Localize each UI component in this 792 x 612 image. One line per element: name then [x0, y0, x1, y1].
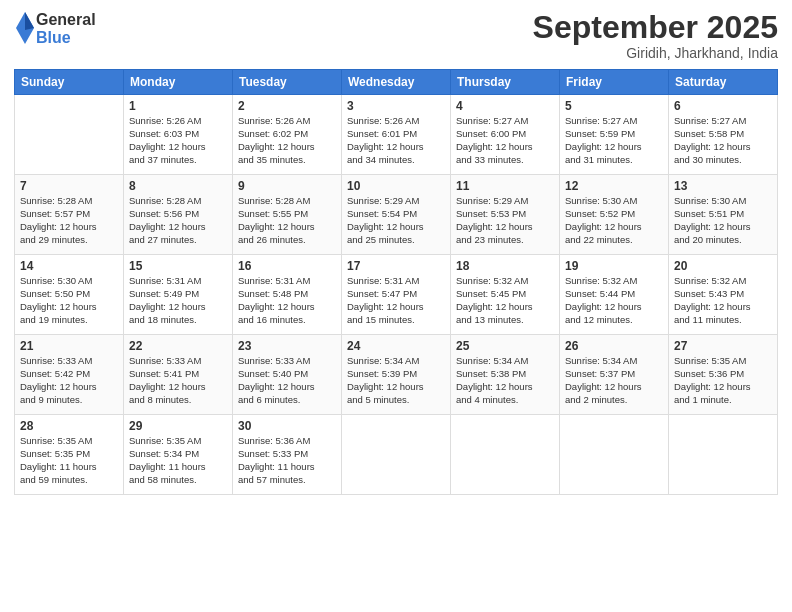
cell-info: Sunrise: 5:31 AM Sunset: 5:48 PM Dayligh…	[238, 275, 336, 326]
day-number: 28	[20, 419, 118, 433]
day-number: 24	[347, 339, 445, 353]
cell-info: Sunrise: 5:28 AM Sunset: 5:56 PM Dayligh…	[129, 195, 227, 246]
day-number: 26	[565, 339, 663, 353]
day-number: 30	[238, 419, 336, 433]
calendar-week-row: 1Sunrise: 5:26 AM Sunset: 6:03 PM Daylig…	[15, 95, 778, 175]
calendar-table: Sunday Monday Tuesday Wednesday Thursday…	[14, 69, 778, 495]
cell-info: Sunrise: 5:33 AM Sunset: 5:42 PM Dayligh…	[20, 355, 118, 406]
day-number: 12	[565, 179, 663, 193]
day-number: 14	[20, 259, 118, 273]
day-number: 29	[129, 419, 227, 433]
table-row: 8Sunrise: 5:28 AM Sunset: 5:56 PM Daylig…	[124, 175, 233, 255]
location: Giridih, Jharkhand, India	[533, 45, 778, 61]
header-friday: Friday	[560, 70, 669, 95]
cell-info: Sunrise: 5:30 AM Sunset: 5:51 PM Dayligh…	[674, 195, 772, 246]
day-number: 15	[129, 259, 227, 273]
day-number: 5	[565, 99, 663, 113]
cell-info: Sunrise: 5:33 AM Sunset: 5:40 PM Dayligh…	[238, 355, 336, 406]
table-row: 13Sunrise: 5:30 AM Sunset: 5:51 PM Dayli…	[669, 175, 778, 255]
table-row: 15Sunrise: 5:31 AM Sunset: 5:49 PM Dayli…	[124, 255, 233, 335]
header-saturday: Saturday	[669, 70, 778, 95]
calendar-week-row: 7Sunrise: 5:28 AM Sunset: 5:57 PM Daylig…	[15, 175, 778, 255]
day-number: 8	[129, 179, 227, 193]
day-number: 25	[456, 339, 554, 353]
cell-info: Sunrise: 5:35 AM Sunset: 5:34 PM Dayligh…	[129, 435, 227, 486]
weekday-header-row: Sunday Monday Tuesday Wednesday Thursday…	[15, 70, 778, 95]
cell-info: Sunrise: 5:31 AM Sunset: 5:47 PM Dayligh…	[347, 275, 445, 326]
day-number: 2	[238, 99, 336, 113]
table-row	[669, 415, 778, 495]
header-sunday: Sunday	[15, 70, 124, 95]
table-row: 2Sunrise: 5:26 AM Sunset: 6:02 PM Daylig…	[233, 95, 342, 175]
table-row: 25Sunrise: 5:34 AM Sunset: 5:38 PM Dayli…	[451, 335, 560, 415]
cell-info: Sunrise: 5:30 AM Sunset: 5:52 PM Dayligh…	[565, 195, 663, 246]
day-number: 22	[129, 339, 227, 353]
table-row: 26Sunrise: 5:34 AM Sunset: 5:37 PM Dayli…	[560, 335, 669, 415]
day-number: 6	[674, 99, 772, 113]
cell-info: Sunrise: 5:36 AM Sunset: 5:33 PM Dayligh…	[238, 435, 336, 486]
calendar-week-row: 14Sunrise: 5:30 AM Sunset: 5:50 PM Dayli…	[15, 255, 778, 335]
day-number: 7	[20, 179, 118, 193]
logo-blue: Blue	[36, 29, 96, 47]
table-row: 11Sunrise: 5:29 AM Sunset: 5:53 PM Dayli…	[451, 175, 560, 255]
header-thursday: Thursday	[451, 70, 560, 95]
table-row: 16Sunrise: 5:31 AM Sunset: 5:48 PM Dayli…	[233, 255, 342, 335]
table-row: 4Sunrise: 5:27 AM Sunset: 6:00 PM Daylig…	[451, 95, 560, 175]
table-row: 12Sunrise: 5:30 AM Sunset: 5:52 PM Dayli…	[560, 175, 669, 255]
cell-info: Sunrise: 5:28 AM Sunset: 5:55 PM Dayligh…	[238, 195, 336, 246]
cell-info: Sunrise: 5:35 AM Sunset: 5:36 PM Dayligh…	[674, 355, 772, 406]
table-row: 21Sunrise: 5:33 AM Sunset: 5:42 PM Dayli…	[15, 335, 124, 415]
cell-info: Sunrise: 5:32 AM Sunset: 5:44 PM Dayligh…	[565, 275, 663, 326]
header-tuesday: Tuesday	[233, 70, 342, 95]
title-block: September 2025 Giridih, Jharkhand, India	[533, 10, 778, 61]
table-row	[15, 95, 124, 175]
cell-info: Sunrise: 5:29 AM Sunset: 5:53 PM Dayligh…	[456, 195, 554, 246]
cell-info: Sunrise: 5:34 AM Sunset: 5:38 PM Dayligh…	[456, 355, 554, 406]
table-row	[560, 415, 669, 495]
table-row: 7Sunrise: 5:28 AM Sunset: 5:57 PM Daylig…	[15, 175, 124, 255]
month-title: September 2025	[533, 10, 778, 45]
day-number: 16	[238, 259, 336, 273]
table-row: 14Sunrise: 5:30 AM Sunset: 5:50 PM Dayli…	[15, 255, 124, 335]
cell-info: Sunrise: 5:27 AM Sunset: 5:58 PM Dayligh…	[674, 115, 772, 166]
table-row: 24Sunrise: 5:34 AM Sunset: 5:39 PM Dayli…	[342, 335, 451, 415]
cell-info: Sunrise: 5:30 AM Sunset: 5:50 PM Dayligh…	[20, 275, 118, 326]
day-number: 21	[20, 339, 118, 353]
table-row: 27Sunrise: 5:35 AM Sunset: 5:36 PM Dayli…	[669, 335, 778, 415]
table-row: 20Sunrise: 5:32 AM Sunset: 5:43 PM Dayli…	[669, 255, 778, 335]
table-row: 9Sunrise: 5:28 AM Sunset: 5:55 PM Daylig…	[233, 175, 342, 255]
cell-info: Sunrise: 5:27 AM Sunset: 5:59 PM Dayligh…	[565, 115, 663, 166]
table-row: 6Sunrise: 5:27 AM Sunset: 5:58 PM Daylig…	[669, 95, 778, 175]
table-row: 19Sunrise: 5:32 AM Sunset: 5:44 PM Dayli…	[560, 255, 669, 335]
day-number: 10	[347, 179, 445, 193]
day-number: 18	[456, 259, 554, 273]
cell-info: Sunrise: 5:31 AM Sunset: 5:49 PM Dayligh…	[129, 275, 227, 326]
day-number: 27	[674, 339, 772, 353]
day-number: 9	[238, 179, 336, 193]
day-number: 23	[238, 339, 336, 353]
table-row: 23Sunrise: 5:33 AM Sunset: 5:40 PM Dayli…	[233, 335, 342, 415]
header-monday: Monday	[124, 70, 233, 95]
logo-text: General Blue	[36, 11, 96, 46]
day-number: 1	[129, 99, 227, 113]
cell-info: Sunrise: 5:32 AM Sunset: 5:43 PM Dayligh…	[674, 275, 772, 326]
header: General Blue September 2025 Giridih, Jha…	[14, 10, 778, 61]
header-wednesday: Wednesday	[342, 70, 451, 95]
cell-info: Sunrise: 5:34 AM Sunset: 5:37 PM Dayligh…	[565, 355, 663, 406]
calendar-week-row: 21Sunrise: 5:33 AM Sunset: 5:42 PM Dayli…	[15, 335, 778, 415]
day-number: 17	[347, 259, 445, 273]
cell-info: Sunrise: 5:34 AM Sunset: 5:39 PM Dayligh…	[347, 355, 445, 406]
table-row	[451, 415, 560, 495]
table-row: 3Sunrise: 5:26 AM Sunset: 6:01 PM Daylig…	[342, 95, 451, 175]
cell-info: Sunrise: 5:28 AM Sunset: 5:57 PM Dayligh…	[20, 195, 118, 246]
cell-info: Sunrise: 5:26 AM Sunset: 6:03 PM Dayligh…	[129, 115, 227, 166]
cell-info: Sunrise: 5:33 AM Sunset: 5:41 PM Dayligh…	[129, 355, 227, 406]
table-row: 1Sunrise: 5:26 AM Sunset: 6:03 PM Daylig…	[124, 95, 233, 175]
day-number: 3	[347, 99, 445, 113]
logo: General Blue	[14, 10, 96, 48]
cell-info: Sunrise: 5:26 AM Sunset: 6:02 PM Dayligh…	[238, 115, 336, 166]
calendar-week-row: 28Sunrise: 5:35 AM Sunset: 5:35 PM Dayli…	[15, 415, 778, 495]
day-number: 20	[674, 259, 772, 273]
day-number: 4	[456, 99, 554, 113]
table-row: 22Sunrise: 5:33 AM Sunset: 5:41 PM Dayli…	[124, 335, 233, 415]
